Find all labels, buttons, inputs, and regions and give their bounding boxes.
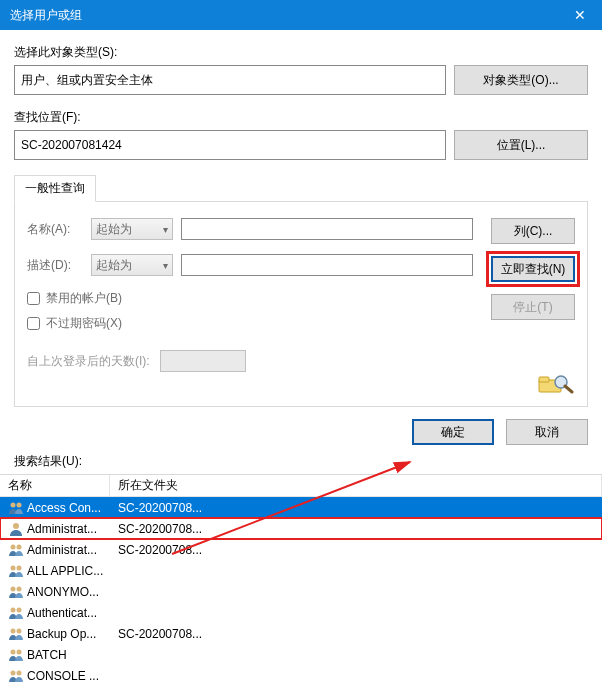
location-field[interactable]: SC-202007081424 [14, 130, 446, 160]
cell-name: Administrat... [0, 542, 110, 558]
dialog-buttons: 确定 取消 [0, 407, 602, 453]
days-since-login-label: 自上次登录后的天数(I): [27, 353, 150, 370]
object-types-button[interactable]: 对象类型(O)... [454, 65, 588, 95]
cell-folder: SC-20200708... [110, 627, 602, 641]
find-now-button[interactable]: 立即查找(N) [491, 256, 575, 282]
days-since-login-input [160, 350, 246, 372]
results-body[interactable]: Access Con...SC-20200708...Administrat..… [0, 497, 602, 686]
cell-name: CONSOLE ... [0, 668, 110, 684]
name-match-combo[interactable]: 起始为 [91, 218, 173, 240]
table-row[interactable]: ALL APPLIC... [0, 560, 602, 581]
ok-button[interactable]: 确定 [412, 419, 494, 445]
desc-input[interactable] [181, 254, 473, 276]
locations-button[interactable]: 位置(L)... [454, 130, 588, 160]
cell-name: ANONYMO... [0, 584, 110, 600]
close-icon: ✕ [574, 7, 586, 23]
cell-folder: SC-20200708... [110, 543, 602, 557]
desc-label: 描述(D): [27, 257, 83, 274]
name-input[interactable] [181, 218, 473, 240]
cell-name: Administrat... [0, 521, 110, 537]
cancel-button[interactable]: 取消 [506, 419, 588, 445]
table-row[interactable]: ANONYMO... [0, 581, 602, 602]
svg-point-14 [17, 607, 22, 612]
svg-point-20 [17, 670, 22, 675]
cell-folder: SC-20200708... [110, 522, 602, 536]
svg-point-13 [11, 607, 16, 612]
table-row[interactable]: BATCH [0, 644, 602, 665]
query-panel: 名称(A): 起始为 描述(D): 起始为 禁用的帐户(B) 不过期密码(X) … [14, 202, 588, 407]
svg-point-16 [17, 628, 22, 633]
svg-point-10 [17, 565, 22, 570]
column-name[interactable]: 名称 [0, 475, 110, 496]
cell-name: BATCH [0, 647, 110, 663]
search-folder-icon [537, 372, 575, 394]
close-button[interactable]: ✕ [557, 0, 602, 30]
cell-name: Access Con... [0, 500, 110, 516]
cell-name: Backup Op... [0, 626, 110, 642]
table-row[interactable]: Administrat...SC-20200708... [0, 539, 602, 560]
cell-name: ALL APPLIC... [0, 563, 110, 579]
desc-match-combo[interactable]: 起始为 [91, 254, 173, 276]
svg-point-17 [11, 649, 16, 654]
cell-name: Authenticat... [0, 605, 110, 621]
table-row[interactable]: CONSOLE ... [0, 665, 602, 686]
results-table: 名称 所在文件夹 Access Con...SC-20200708...Admi… [0, 474, 602, 686]
svg-point-15 [11, 628, 16, 633]
svg-point-5 [17, 502, 22, 507]
tabs: 一般性查询 [14, 174, 588, 202]
table-row[interactable]: Backup Op...SC-20200708... [0, 623, 602, 644]
titlebar: 选择用户或组 ✕ [0, 0, 602, 30]
table-row[interactable]: Administrat...SC-20200708... [0, 518, 602, 539]
svg-point-8 [17, 544, 22, 549]
tab-common-query[interactable]: 一般性查询 [14, 175, 96, 202]
svg-rect-1 [539, 377, 549, 382]
svg-point-9 [11, 565, 16, 570]
svg-point-18 [17, 649, 22, 654]
results-label: 搜索结果(U): [0, 453, 602, 474]
object-type-field[interactable]: 用户、组或内置安全主体 [14, 65, 446, 95]
table-row[interactable]: Access Con...SC-20200708... [0, 497, 602, 518]
svg-point-12 [17, 586, 22, 591]
svg-point-7 [11, 544, 16, 549]
column-folder[interactable]: 所在文件夹 [110, 475, 602, 496]
svg-line-3 [565, 386, 572, 392]
columns-button[interactable]: 列(C)... [491, 218, 575, 244]
svg-point-11 [11, 586, 16, 591]
table-row[interactable]: Authenticat... [0, 602, 602, 623]
svg-point-19 [11, 670, 16, 675]
disabled-accounts-checkbox[interactable]: 禁用的帐户(B) [27, 290, 473, 307]
object-type-label: 选择此对象类型(S): [14, 44, 588, 61]
name-label: 名称(A): [27, 221, 83, 238]
window-title: 选择用户或组 [10, 7, 557, 24]
non-expiring-password-checkbox[interactable]: 不过期密码(X) [27, 315, 473, 332]
svg-point-4 [11, 502, 16, 507]
stop-button: 停止(T) [491, 294, 575, 320]
location-label: 查找位置(F): [14, 109, 588, 126]
svg-point-6 [13, 523, 19, 529]
results-header: 名称 所在文件夹 [0, 475, 602, 497]
cell-folder: SC-20200708... [110, 501, 602, 515]
